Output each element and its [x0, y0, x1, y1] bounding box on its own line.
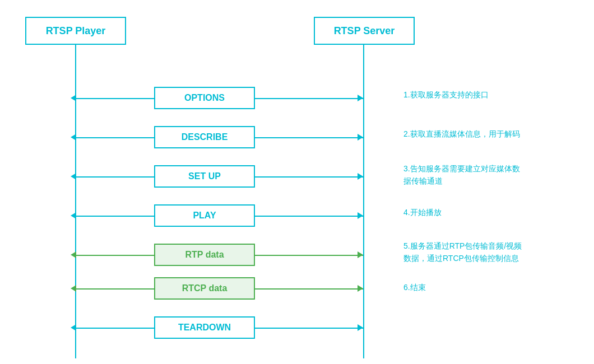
teardown-arrow-right-line	[255, 328, 363, 329]
rtp-arrowhead-left	[71, 251, 76, 258]
note-6: 6.结束	[403, 281, 426, 293]
play-box: PLAY	[154, 204, 255, 227]
setup-arrow-left-line	[76, 176, 154, 178]
play-arrow-right-line	[255, 216, 363, 217]
describe-arrowhead-left	[71, 134, 76, 141]
rtp-arrow-right-line	[255, 255, 363, 256]
describe-arrowhead-right	[358, 134, 363, 141]
note-1: 1.获取服务器支持的接口	[403, 88, 489, 101]
setup-arrowhead-right	[358, 173, 363, 180]
setup-box: SET UP	[154, 165, 255, 188]
options-box: OPTIONS	[154, 87, 255, 109]
player-vertical-line	[75, 45, 76, 358]
rtcp-arrow-right-line	[255, 288, 363, 290]
rtp-arrowhead-right	[358, 251, 363, 258]
note-3: 3.告知服务器需要建立对应媒体数据传输通道	[403, 162, 520, 188]
note-2: 2.获取直播流媒体信息，用于解码	[403, 128, 520, 140]
rtp-box: RTP data	[154, 244, 255, 266]
play-arrowhead-left	[71, 212, 76, 219]
player-header: RTSP Player	[25, 17, 126, 45]
teardown-arrowhead-left	[71, 324, 76, 331]
describe-arrow-left-line	[76, 137, 154, 138]
note-5: 5.服务器通过RTP包传输音频/视频数据，通过RTCP包传输控制信息	[403, 240, 522, 265]
diagram-container: RTSP Player RTSP Server OPTIONS DESCRIBE…	[0, 0, 594, 364]
rtcp-box: RTCP data	[154, 277, 255, 300]
rtcp-arrow-left-line	[76, 288, 154, 290]
setup-arrowhead-left	[71, 173, 76, 180]
server-vertical-line	[363, 45, 364, 358]
teardown-box: TEARDOWN	[154, 316, 255, 339]
server-header: RTSP Server	[314, 17, 415, 45]
teardown-arrow-left-line	[76, 328, 154, 329]
note-4: 4.开始播放	[403, 206, 442, 218]
play-arrow-left-line	[76, 216, 154, 217]
options-arrow-left-line	[76, 98, 154, 99]
options-arrowhead-right	[358, 95, 363, 101]
describe-arrow-right-line	[255, 137, 363, 138]
setup-arrow-right-line	[255, 176, 363, 178]
describe-box: DESCRIBE	[154, 126, 255, 148]
play-arrowhead-right	[358, 212, 363, 219]
rtcp-arrowhead-left	[71, 285, 76, 292]
teardown-arrowhead-right	[358, 324, 363, 331]
rtcp-arrowhead-right	[358, 285, 363, 292]
options-arrow-right-line	[255, 98, 363, 99]
rtp-arrow-left-line	[76, 255, 154, 256]
options-arrowhead-left	[71, 95, 76, 101]
